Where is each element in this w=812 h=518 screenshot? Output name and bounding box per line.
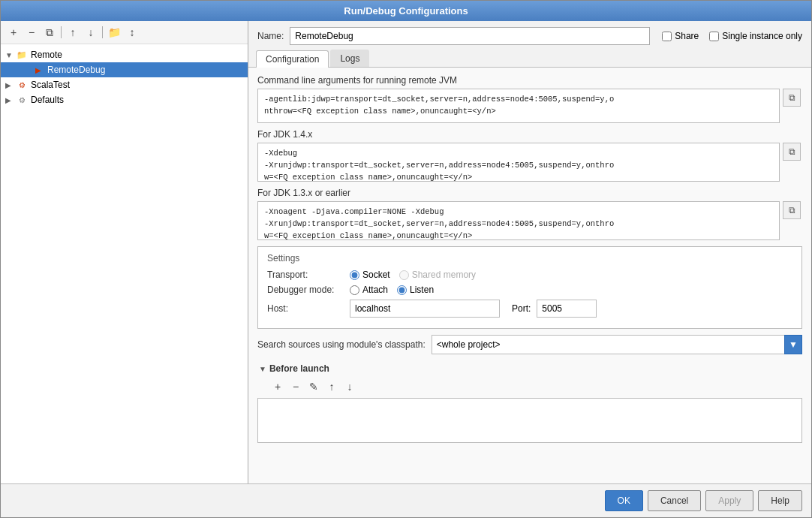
- before-launch-remove-button[interactable]: −: [287, 378, 304, 395]
- before-launch-down-button[interactable]: ↓: [341, 378, 358, 395]
- tree-label-remote: Remote: [31, 50, 62, 60]
- share-checkbox[interactable]: [662, 32, 672, 41]
- checkbox-group: Share Single instance only: [662, 31, 802, 41]
- toolbar-separator-1: [61, 26, 62, 38]
- tab-logs-label: Logs: [340, 53, 359, 64]
- cmdline-code-row: -agentlib:jdwp=transport=dt_socket,serve…: [257, 89, 802, 123]
- before-launch-up-button[interactable]: ↑: [323, 378, 340, 395]
- port-label: Port:: [512, 303, 531, 314]
- port-input[interactable]: [537, 300, 597, 318]
- tree-label-scalatest: ScalaTest: [31, 80, 70, 90]
- radio-sharedmem[interactable]: [399, 270, 409, 280]
- copy-config-button[interactable]: ⧉: [41, 24, 58, 41]
- remove-config-button[interactable]: −: [23, 24, 40, 41]
- classpath-row: Search sources using module's classpath:…: [257, 335, 802, 354]
- tab-configuration-label: Configuration: [266, 54, 319, 65]
- before-launch-content: [257, 398, 802, 443]
- jdk13-code-row: -Xnoagent -Djava.compiler=NONE -Xdebug-X…: [257, 201, 802, 240]
- jdk13-box: -Xnoagent -Djava.compiler=NONE -Xdebug-X…: [257, 201, 780, 240]
- left-panel: + − ⧉ ↑ ↓ 📁 ↕ ▼ 📁 Remote: [1, 21, 248, 483]
- expand-arrow-remote: ▼: [5, 51, 16, 59]
- jdk13-label: For JDK 1.3.x or earlier: [257, 188, 802, 198]
- toolbar-separator-2: [102, 26, 103, 38]
- radio-attach-label[interactable]: Attach: [350, 285, 388, 295]
- classpath-select[interactable]: <whole project>: [432, 335, 784, 354]
- move-up-button[interactable]: ↑: [65, 24, 81, 41]
- before-launch-triangle-icon: ▼: [259, 365, 266, 373]
- radio-listen-text: Listen: [410, 285, 434, 295]
- transport-row: Transport: Socket Shared memory: [267, 270, 792, 280]
- ok-button[interactable]: OK: [605, 490, 643, 511]
- radio-listen[interactable]: [397, 285, 407, 295]
- run-icon-remotedebug: ▶: [32, 64, 44, 76]
- before-launch-section: ▼ Before launch + − ✎ ↑ ↓: [257, 360, 802, 443]
- cancel-button[interactable]: Cancel: [648, 490, 701, 511]
- share-label: Share: [675, 31, 699, 41]
- tree-item-remotedebug[interactable]: ▶ RemoteDebug: [1, 62, 248, 77]
- folder-button[interactable]: 📁: [106, 24, 122, 41]
- share-checkbox-label[interactable]: Share: [662, 31, 699, 41]
- tree-item-defaults[interactable]: ▶ ⚙ Defaults: [1, 92, 248, 107]
- settings-section: Settings Transport: Socket Shared memory: [257, 246, 802, 329]
- dialog-title: Run/Debug Configurations: [1, 1, 811, 21]
- name-input[interactable]: [290, 27, 650, 45]
- radio-listen-label[interactable]: Listen: [397, 285, 434, 295]
- debugger-mode-row: Debugger mode: Attach Listen: [267, 285, 792, 295]
- left-toolbar: + − ⧉ ↑ ↓ 📁 ↕: [1, 21, 248, 44]
- copy-cmdline-button[interactable]: ⧉: [783, 89, 801, 107]
- radio-socket[interactable]: [350, 270, 359, 280]
- radio-attach[interactable]: [350, 285, 359, 295]
- before-launch-add-button[interactable]: +: [269, 378, 286, 395]
- dialog-title-text: Run/Debug Configurations: [344, 5, 468, 17]
- run-debug-dialog: Run/Debug Configurations + − ⧉ ↑ ↓ 📁 ↕ ▼…: [0, 0, 812, 518]
- debugger-mode-label: Debugger mode:: [267, 285, 350, 295]
- classpath-dropdown-button[interactable]: ▼: [784, 335, 802, 354]
- radio-sharedmem-text: Shared memory: [412, 270, 476, 280]
- before-launch-header[interactable]: ▼ Before launch: [257, 360, 802, 377]
- tab-logs[interactable]: Logs: [330, 50, 369, 67]
- host-row-inputs: Port:: [350, 300, 597, 318]
- host-label: Host:: [267, 303, 350, 314]
- scala-icon-scalatest: ⚙: [16, 79, 28, 91]
- copy-jdk14-button[interactable]: ⧉: [783, 143, 801, 161]
- copy-jdk13-button[interactable]: ⧉: [783, 201, 801, 219]
- tree-area: ▼ 📁 Remote ▶ RemoteDebug ▶ ⚙ ScalaTest: [1, 44, 248, 483]
- help-button[interactable]: Help: [758, 490, 802, 511]
- content-area: Command line arguments for running remot…: [248, 68, 811, 483]
- apply-button[interactable]: Apply: [705, 490, 753, 511]
- host-port-row: Host: Port:: [267, 300, 792, 318]
- before-launch-toolbar: + − ✎ ↑ ↓: [257, 377, 802, 396]
- tab-configuration[interactable]: Configuration: [256, 50, 329, 68]
- single-instance-checkbox[interactable]: [709, 32, 719, 41]
- tabs-bar: Configuration Logs: [248, 50, 811, 68]
- debugger-mode-radio-group: Attach Listen: [350, 285, 434, 295]
- right-panel: Name: Share Single instance only Confi: [248, 21, 811, 483]
- classpath-select-wrapper: <whole project> ▼: [432, 335, 802, 354]
- before-launch-edit-button[interactable]: ✎: [305, 378, 322, 395]
- expand-arrow-defaults: ▶: [5, 96, 16, 104]
- classpath-label: Search sources using module's classpath:: [257, 339, 426, 350]
- tree-item-scalatest[interactable]: ▶ ⚙ ScalaTest: [1, 77, 248, 92]
- radio-socket-label[interactable]: Socket: [350, 270, 390, 280]
- single-instance-checkbox-label[interactable]: Single instance only: [709, 31, 802, 41]
- transport-radio-group: Socket Shared memory: [350, 270, 476, 280]
- jdk14-code-row: -Xdebug-Xrunjdwp:transport=dt_socket,ser…: [257, 143, 802, 182]
- settings-title: Settings: [267, 253, 792, 264]
- dialog-body: + − ⧉ ↑ ↓ 📁 ↕ ▼ 📁 Remote: [1, 21, 811, 483]
- sort-button[interactable]: ↕: [124, 24, 140, 41]
- name-row: Name: Share Single instance only: [248, 21, 811, 50]
- default-icon-defaults: ⚙: [16, 94, 28, 106]
- transport-label: Transport:: [267, 270, 350, 280]
- single-instance-label: Single instance only: [722, 31, 802, 41]
- radio-attach-text: Attach: [362, 285, 388, 295]
- move-down-button[interactable]: ↓: [83, 24, 99, 41]
- jdk14-box: -Xdebug-Xrunjdwp:transport=dt_socket,ser…: [257, 143, 780, 182]
- tree-label-remotedebug: RemoteDebug: [47, 65, 105, 75]
- host-input[interactable]: [350, 300, 500, 318]
- add-config-button[interactable]: +: [5, 24, 22, 41]
- before-launch-label: Before launch: [269, 363, 329, 374]
- tree-item-remote[interactable]: ▼ 📁 Remote: [1, 47, 248, 62]
- cmdline-box: -agentlib:jdwp=transport=dt_socket,serve…: [257, 89, 780, 123]
- radio-sharedmem-label[interactable]: Shared memory: [399, 270, 476, 280]
- radio-socket-text: Socket: [362, 270, 390, 280]
